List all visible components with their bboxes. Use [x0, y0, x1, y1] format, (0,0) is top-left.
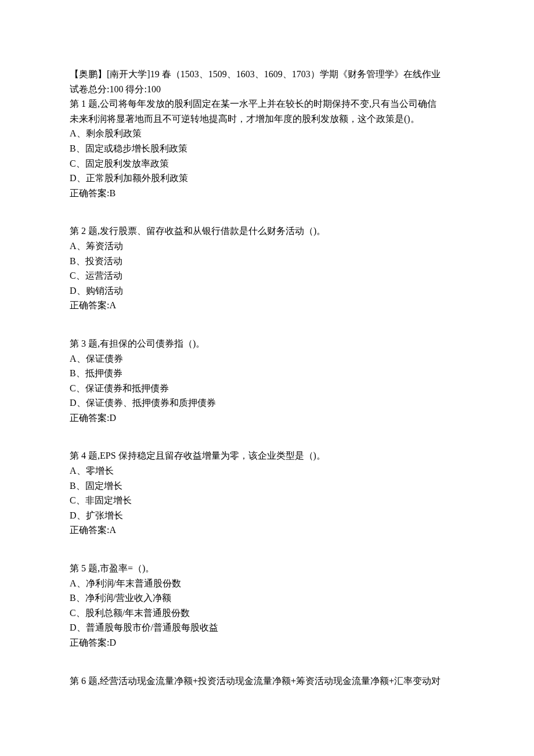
question-prompt: 第 3 题,有担保的公司债券指（)。 — [70, 336, 464, 351]
question-4: 第 4 题,EPS 保持稳定且留存收益增量为零，该企业类型是（)。 A、零增长 … — [70, 448, 464, 538]
option-d: D、正常股利加额外股利政策 — [70, 171, 464, 186]
option-b: B、净利润/营业收入净额 — [70, 591, 464, 606]
option-c: C、保证债券和抵押债券 — [70, 381, 464, 396]
option-b: B、固定或稳步增长股利政策 — [70, 141, 464, 156]
option-a: A、筹资活动 — [70, 239, 464, 254]
question-5: 第 5 题,市盈率=（)。 A、净利润/年末普通股份数 B、净利润/营业收入净额… — [70, 561, 464, 650]
correct-answer: 正确答案:A — [70, 298, 464, 313]
option-c: C、固定股利发放率政策 — [70, 156, 464, 171]
exam-title: 【奥鹏】[南开大学]19 春（1503、1509、1603、1609、1703）… — [70, 67, 464, 82]
option-c: C、非固定增长 — [70, 493, 464, 508]
correct-answer: 正确答案:D — [70, 635, 464, 650]
correct-answer: 正确答案:A — [70, 523, 464, 538]
correct-answer: 正确答案:B — [70, 186, 464, 201]
option-d: D、保证债券、抵押债券和质押债券 — [70, 395, 464, 411]
question-6: 第 6 题,经营活动现金流量净额+投资活动现金流量净额+筹资活动现金流量净额+汇… — [70, 674, 464, 689]
option-d: D、普通股每股市价/普通股每股收益 — [70, 620, 464, 635]
option-a: A、净利润/年末普通股份数 — [70, 576, 464, 591]
option-a: A、剩余股利政策 — [70, 126, 464, 141]
question-prompt: 第 2 题,发行股票、留存收益和从银行借款是什么财务活动（)。 — [70, 224, 464, 239]
option-a: A、零增长 — [70, 463, 464, 478]
question-prompt: 第 1 题,公司将每年发放的股利固定在某一水平上并在较长的时期保持不变,只有当公… — [70, 96, 464, 111]
exam-score-line: 试卷总分:100 得分:100 — [70, 82, 464, 97]
option-b: B、抵押债券 — [70, 366, 464, 381]
question-prompt: 未来利润将显著地而且不可逆转地提高时，才增加年度的股利发放额，这个政策是()。 — [70, 111, 464, 127]
question-prompt: 第 5 题,市盈率=（)。 — [70, 561, 464, 576]
correct-answer: 正确答案:D — [70, 411, 464, 426]
question-prompt: 第 6 题,经营活动现金流量净额+投资活动现金流量净额+筹资活动现金流量净额+汇… — [70, 674, 464, 689]
question-2: 第 2 题,发行股票、留存收益和从银行借款是什么财务活动（)。 A、筹资活动 B… — [70, 224, 464, 313]
option-d: D、购销活动 — [70, 283, 464, 298]
option-d: D、扩张增长 — [70, 508, 464, 523]
question-prompt: 第 4 题,EPS 保持稳定且留存收益增量为零，该企业类型是（)。 — [70, 448, 464, 463]
question-3: 第 3 题,有担保的公司债券指（)。 A、保证债券 B、抵押债券 C、保证债券和… — [70, 336, 464, 426]
option-c: C、股利总额/年末普通股份数 — [70, 606, 464, 621]
document-page: 【奥鹏】[南开大学]19 春（1503、1509、1603、1609、1703）… — [0, 0, 534, 756]
option-a: A、保证债券 — [70, 351, 464, 366]
option-c: C、运营活动 — [70, 268, 464, 283]
option-b: B、固定增长 — [70, 478, 464, 494]
question-1: 第 1 题,公司将每年发放的股利固定在某一水平上并在较长的时期保持不变,只有当公… — [70, 96, 464, 200]
option-b: B、投资活动 — [70, 254, 464, 269]
